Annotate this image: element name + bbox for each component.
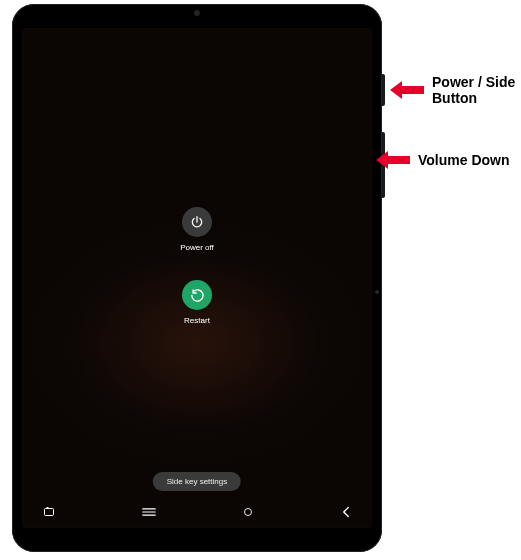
back-icon[interactable]: [341, 506, 351, 518]
callout-power-label: Power / Side Button: [432, 74, 515, 106]
power-off-label: Power off: [23, 243, 371, 252]
arrow-icon: [390, 83, 424, 97]
svg-rect-0: [45, 509, 54, 516]
callout-volume-down: Volume Down: [376, 152, 510, 168]
power-menu: Power off Restart: [23, 207, 371, 353]
side-key-settings-label: Side key settings: [167, 477, 227, 486]
diagram-stage: Power off Restart Side key settings: [0, 0, 521, 560]
restart-label: Restart: [23, 316, 371, 325]
arrow-icon: [376, 153, 410, 167]
restart-icon: [182, 280, 212, 310]
tablet-frame: Power off Restart Side key settings: [12, 4, 382, 552]
restart-button[interactable]: Restart: [23, 280, 371, 325]
home-icon[interactable]: [242, 506, 254, 518]
navigation-bar: [23, 503, 371, 521]
screenshot-icon[interactable]: [43, 506, 55, 518]
recents-icon[interactable]: [142, 507, 156, 517]
side-key-settings-button[interactable]: Side key settings: [153, 472, 241, 491]
power-icon: [182, 207, 212, 237]
callout-power-side: Power / Side Button: [390, 74, 515, 106]
screen: Power off Restart Side key settings: [23, 29, 371, 527]
callout-volume-label: Volume Down: [418, 152, 510, 168]
svg-point-4: [245, 509, 252, 516]
side-sensor: [375, 290, 379, 294]
front-camera: [194, 10, 200, 16]
power-off-button[interactable]: Power off: [23, 207, 371, 252]
